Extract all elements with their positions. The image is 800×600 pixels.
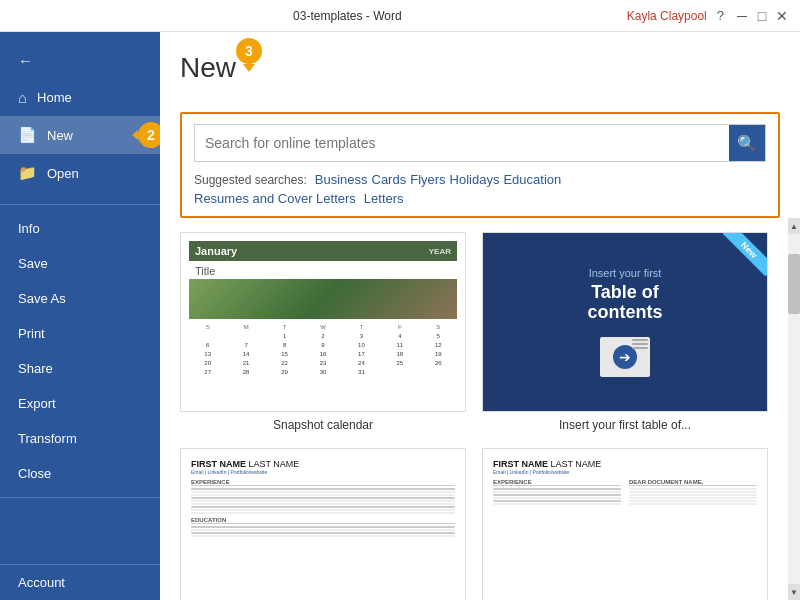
sidebar-item-close[interactable]: Close [0, 456, 160, 491]
template-thumb-resume1: FIRST NAME LAST NAME Email | LinkedIn | … [180, 448, 466, 600]
sidebar-item-account[interactable]: Account [0, 565, 160, 600]
toc-preview: Insert your first Table of contents ➔ [483, 233, 767, 411]
search-button[interactable]: 🔍 [729, 125, 765, 161]
sidebar-item-new[interactable]: 📄 New 2 [0, 116, 160, 154]
sidebar-divider-2 [0, 497, 160, 498]
sidebar-label-account: Account [18, 575, 65, 590]
suggested-link-business[interactable]: Business [315, 172, 368, 187]
sidebar-item-transform[interactable]: Transform [0, 421, 160, 456]
toc-insert-text: Insert your first [589, 267, 662, 279]
calendar-preview: January YEAR Title SMTWTFS 12345 6789101… [181, 233, 465, 411]
template-label-calendar: Snapshot calendar [180, 418, 466, 432]
template-thumb-resume2: FIRST NAME LAST NAME Email | LinkedIn | … [482, 448, 768, 600]
maximize-button[interactable]: □ [752, 6, 772, 26]
sidebar-item-save[interactable]: Save [0, 246, 160, 281]
sidebar-item-open[interactable]: 📁 Open [0, 154, 160, 192]
sidebar-item-export[interactable]: Export [0, 386, 160, 421]
suggested-link-education[interactable]: Education [503, 172, 561, 187]
sidebar-label-close: Close [18, 466, 51, 481]
sidebar-label-new: New [47, 128, 73, 143]
back-icon: ← [18, 52, 33, 69]
open-icon: 📁 [18, 164, 37, 182]
resume1-preview: FIRST NAME LAST NAME Email | LinkedIn | … [181, 449, 465, 600]
scroll-down-arrow[interactable]: ▼ [788, 584, 800, 600]
page-title: New [180, 52, 236, 84]
sidebar-item-share[interactable]: Share [0, 351, 160, 386]
template-thumb-toc: Insert your first Table of contents ➔ [482, 232, 768, 412]
template-resume2[interactable]: FIRST NAME LAST NAME Email | LinkedIn | … [482, 448, 768, 600]
suggested-row-1: Suggested searches: Business Cards Flyer… [194, 172, 766, 187]
suggested-link-cards[interactable]: Cards [372, 172, 407, 187]
sidebar-mid: Info Save Save As Print Share Export Tra… [0, 211, 160, 491]
resume2-preview: FIRST NAME LAST NAME Email | LinkedIn | … [483, 449, 767, 600]
search-container: 🔍 Suggested searches: Business Cards Fly… [180, 112, 780, 218]
template-resume1[interactable]: FIRST NAME LAST NAME Email | LinkedIn | … [180, 448, 466, 600]
sidebar-item-print[interactable]: Print [0, 316, 160, 351]
suggested-link-flyers[interactable]: Flyers [410, 172, 445, 187]
home-icon: ⌂ [18, 89, 27, 106]
suggested-row-2: Resumes and Cover Letters Letters [194, 191, 766, 206]
content-header: New 3 🔍 Suggested searches: Business Car… [160, 32, 800, 218]
scroll-track [788, 234, 800, 584]
scroll-up-arrow[interactable]: ▲ [788, 218, 800, 234]
sidebar-label-share: Share [18, 361, 53, 376]
template-snapshot-calendar[interactable]: January YEAR Title SMTWTFS 12345 6789101… [180, 232, 466, 432]
badge-2: 2 [138, 122, 160, 148]
sidebar-label-print: Print [18, 326, 45, 341]
sidebar-label-export: Export [18, 396, 56, 411]
search-input[interactable] [195, 127, 729, 159]
sidebar-item-home[interactable]: ⌂ Home [0, 79, 160, 116]
help-icon[interactable]: ? [717, 8, 724, 23]
suggested-label: Suggested searches: [194, 173, 307, 187]
toc-heading: Table of contents [587, 283, 662, 323]
sidebar-item-back[interactable]: ← [0, 42, 160, 79]
toc-icon: ➔ [600, 337, 650, 377]
window-title: 03-templates - Word [68, 9, 627, 23]
sidebar-bottom: Account [0, 564, 160, 600]
toc-new-ribbon [707, 233, 767, 293]
sidebar-label-transform: Transform [18, 431, 77, 446]
search-box: 🔍 [194, 124, 766, 162]
sidebar-label-saveas: Save As [18, 291, 66, 306]
suggested-link-resumes[interactable]: Resumes and Cover Letters [194, 191, 356, 206]
sidebar-label-open: Open [47, 166, 79, 181]
sidebar-label-home: Home [37, 90, 72, 105]
badge-3: 3 [236, 38, 262, 64]
titlebar: 03-templates - Word Kayla Claypool ? ─ □… [0, 0, 800, 32]
template-thumb-calendar: January YEAR Title SMTWTFS 12345 6789101… [180, 232, 466, 412]
suggested-link-holidays[interactable]: Holidays [450, 172, 500, 187]
app-body: ← ⌂ Home 📄 New 2 📁 Open Info [0, 32, 800, 600]
user-name: Kayla Claypool [627, 9, 707, 23]
templates-section: January YEAR Title SMTWTFS 12345 6789101… [160, 218, 800, 600]
template-toc[interactable]: Insert your first Table of contents ➔ [482, 232, 768, 432]
sidebar-item-saveas[interactable]: Save As [0, 281, 160, 316]
sidebar-divider-1 [0, 204, 160, 205]
template-label-toc: Insert your first table of... [482, 418, 768, 432]
sidebar-top: ← ⌂ Home 📄 New 2 📁 Open [0, 32, 160, 198]
scrollbar: ▲ ▼ [788, 218, 800, 600]
close-button[interactable]: ✕ [772, 6, 792, 26]
toc-doc-lines [632, 339, 648, 349]
suggested-link-letters[interactable]: Letters [364, 191, 404, 206]
scroll-thumb[interactable] [788, 254, 800, 314]
templates-grid: January YEAR Title SMTWTFS 12345 6789101… [160, 218, 788, 600]
sidebar-label-info: Info [18, 221, 40, 236]
new-icon: 📄 [18, 126, 37, 144]
sidebar-label-save: Save [18, 256, 48, 271]
sidebar: ← ⌂ Home 📄 New 2 📁 Open Info [0, 32, 160, 600]
sidebar-item-info[interactable]: Info [0, 211, 160, 246]
main-content: New 3 🔍 Suggested searches: Business Car… [160, 32, 800, 600]
minimize-button[interactable]: ─ [732, 6, 752, 26]
